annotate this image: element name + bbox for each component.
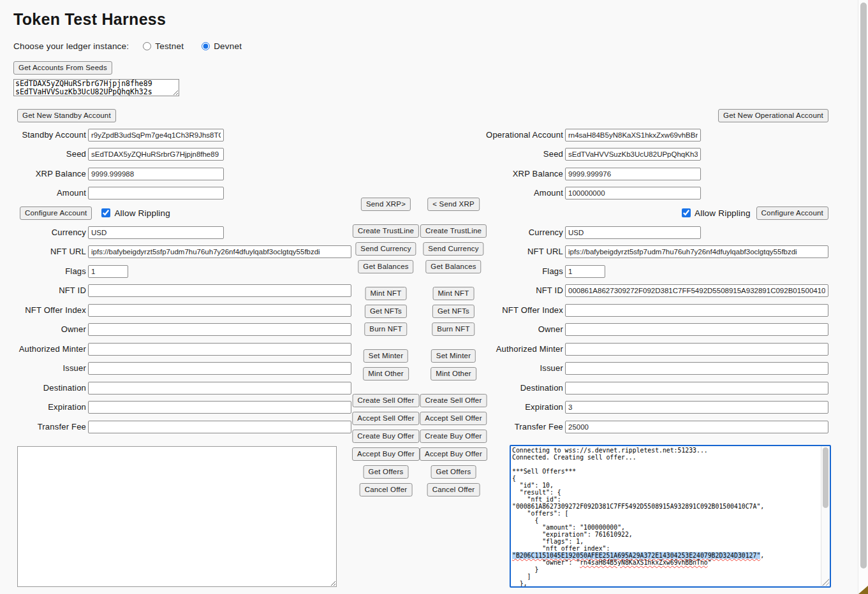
standby-get-offers-button[interactable]: Get Offers bbox=[364, 465, 409, 479]
standby-accept-sell-offer-button[interactable]: Accept Sell Offer bbox=[352, 412, 419, 425]
standby-configure-account-button[interactable]: Configure Account bbox=[20, 206, 92, 220]
standby-set-minter-button[interactable]: Set Minter bbox=[364, 349, 408, 363]
standby-currency-input[interactable] bbox=[88, 226, 224, 239]
standby-nft-url-input[interactable] bbox=[88, 245, 351, 258]
operational-authorized-minter-input[interactable] bbox=[565, 343, 828, 356]
operational-destination-input[interactable] bbox=[565, 382, 828, 395]
standby-nft-id-input[interactable] bbox=[88, 284, 351, 297]
standby-get-balances-button[interactable]: Get Balances bbox=[358, 260, 413, 273]
standby-amount-input[interactable] bbox=[88, 187, 224, 199]
seeds-textarea[interactable]: sEdTDAX5yZQHuRSrbrG7Hjpjn8fhe89 sEdTVaHV… bbox=[13, 79, 179, 96]
field-row: Owner bbox=[0, 323, 357, 336]
standby-issuer-input[interactable] bbox=[88, 362, 351, 375]
field-row: Issuer bbox=[472, 362, 829, 375]
field-row: NFT Offer Index bbox=[472, 304, 829, 317]
operational-create-sell-offer-button[interactable]: Create Sell Offer bbox=[420, 394, 487, 407]
operational-currency-input[interactable] bbox=[565, 226, 701, 239]
operational-configure-account-button[interactable]: Configure Account bbox=[756, 206, 828, 220]
operational-seed-input[interactable] bbox=[565, 148, 701, 161]
standby-authorized-minter-input[interactable] bbox=[88, 343, 351, 356]
standby-transfer-fee-input[interactable] bbox=[88, 421, 351, 433]
standby-mint-other-button[interactable]: Mint Other bbox=[363, 367, 409, 380]
standby-nft-offer-index-input[interactable] bbox=[88, 304, 351, 317]
standby-owner-label: Owner bbox=[0, 323, 86, 336]
field-row: Destination bbox=[0, 382, 357, 395]
operational-accept-buy-offer-button[interactable]: Accept Buy Offer bbox=[420, 447, 487, 461]
page-scrollbar-thumb[interactable] bbox=[860, 3, 867, 569]
operational-nft-id-input[interactable] bbox=[565, 284, 828, 297]
standby-xrp-balance-label: XRP Balance bbox=[0, 168, 86, 180]
standby-xrp-balance-input[interactable] bbox=[88, 168, 224, 180]
standby-burn-nft-button[interactable]: Burn NFT bbox=[364, 322, 407, 336]
operational-nft-url-input[interactable] bbox=[565, 245, 828, 258]
standby-expiration-input[interactable] bbox=[88, 401, 351, 414]
owner-address-text: rn4saH84B5yN8KaXS1hkxZxw69vhBBnTno bbox=[580, 559, 708, 566]
operational-create-trustline-button[interactable]: Create TrustLine bbox=[420, 224, 487, 238]
standby-seed-label: Seed bbox=[0, 148, 86, 161]
operational-accept-sell-offer-button[interactable]: Accept Sell Offer bbox=[420, 412, 487, 425]
operational-xrp-balance-input[interactable] bbox=[565, 168, 701, 180]
field-row: Amount bbox=[472, 187, 829, 199]
operational-owner-input[interactable] bbox=[565, 323, 828, 336]
operational-amount-input[interactable] bbox=[565, 187, 701, 199]
standby-results-textarea[interactable] bbox=[17, 446, 337, 587]
operational-burn-nft-button[interactable]: Burn NFT bbox=[432, 322, 474, 336]
operational-destination-label: Destination bbox=[472, 382, 563, 395]
operational-get-nfts-button[interactable]: Get NFTs bbox=[432, 305, 474, 318]
field-row: NFT ID bbox=[0, 284, 357, 297]
operational-get-offers-button[interactable]: Get Offers bbox=[431, 465, 476, 479]
field-row: Amount bbox=[0, 187, 357, 199]
standby-flags-label: Flags bbox=[0, 265, 86, 278]
standby-get-nfts-button[interactable]: Get NFTs bbox=[365, 305, 407, 318]
standby-accept-buy-offer-button[interactable]: Accept Buy Offer bbox=[352, 447, 420, 461]
operational-get-balances-button[interactable]: Get Balances bbox=[425, 260, 481, 273]
standby-create-buy-offer-button[interactable]: Create Buy Offer bbox=[352, 430, 419, 443]
operational-nft-id-label: NFT ID bbox=[472, 284, 563, 297]
standby-account-input[interactable] bbox=[88, 129, 224, 141]
standby-send-currency-button[interactable]: Send Currency bbox=[355, 242, 416, 256]
operational-results-log[interactable]: Connecting to wss://s.devnet.rippletest.… bbox=[510, 445, 831, 588]
operational-amount-label: Amount bbox=[472, 187, 563, 199]
operational-transfer-fee-input[interactable] bbox=[565, 421, 828, 433]
operational-issuer-input[interactable] bbox=[565, 362, 828, 375]
operational-send-xrp-button[interactable]: < Send XRP bbox=[427, 198, 480, 211]
standby-cancel-offer-button[interactable]: Cancel Offer bbox=[360, 483, 413, 496]
operational-allow-rippling-checkbox[interactable] bbox=[682, 208, 691, 217]
field-row: Standby Account bbox=[0, 129, 357, 141]
operational-mint-other-button[interactable]: Mint Other bbox=[430, 367, 476, 380]
operational-flags-input[interactable] bbox=[565, 265, 605, 278]
operational-send-currency-button[interactable]: Send Currency bbox=[423, 242, 483, 256]
standby-mint-nft-button[interactable]: Mint NFT bbox=[365, 287, 407, 300]
get-new-standby-account-button[interactable]: Get New Standby Account bbox=[17, 109, 116, 122]
operational-nft-offer-index-input[interactable] bbox=[565, 304, 828, 317]
operational-expiration-input[interactable] bbox=[565, 401, 828, 414]
field-row: Currency bbox=[472, 226, 829, 239]
standby-account-label: Standby Account bbox=[0, 129, 86, 141]
operational-create-buy-offer-button[interactable]: Create Buy Offer bbox=[420, 430, 487, 443]
standby-create-trustline-button[interactable]: Create TrustLine bbox=[353, 224, 419, 238]
field-row: Transfer Fee bbox=[472, 421, 829, 433]
field-row: Seed bbox=[472, 148, 829, 161]
standby-flags-input[interactable] bbox=[88, 265, 128, 278]
page-scrollbar[interactable] bbox=[858, 0, 868, 594]
standby-send-xrp-button[interactable]: Send XRP> bbox=[361, 198, 411, 211]
field-row: Expiration bbox=[472, 401, 829, 414]
devnet-radio[interactable] bbox=[202, 42, 210, 50]
operational-mint-nft-button[interactable]: Mint NFT bbox=[433, 287, 474, 300]
standby-allow-rippling-checkbox[interactable] bbox=[101, 208, 110, 217]
results-scrollbar[interactable] bbox=[821, 446, 830, 586]
devnet-radio-label: Devnet bbox=[214, 41, 242, 51]
get-new-operational-account-button[interactable]: Get New Operational Account bbox=[718, 109, 828, 122]
testnet-radio[interactable] bbox=[143, 42, 151, 50]
standby-destination-input[interactable] bbox=[88, 382, 351, 395]
standby-seed-input[interactable] bbox=[88, 148, 224, 161]
operational-account-input[interactable] bbox=[565, 129, 701, 141]
get-accounts-from-seeds-button[interactable]: Get Accounts From Seeds bbox=[13, 61, 112, 75]
standby-create-sell-offer-button[interactable]: Create Sell Offer bbox=[353, 394, 420, 407]
operational-set-minter-button[interactable]: Set Minter bbox=[431, 349, 476, 363]
field-row: Issuer bbox=[0, 362, 357, 375]
operational-cancel-offer-button[interactable]: Cancel Offer bbox=[427, 483, 480, 496]
standby-nft-offer-index-label: NFT Offer Index bbox=[0, 304, 86, 317]
standby-owner-input[interactable] bbox=[88, 323, 351, 336]
results-scrollbar-thumb[interactable] bbox=[823, 447, 828, 508]
